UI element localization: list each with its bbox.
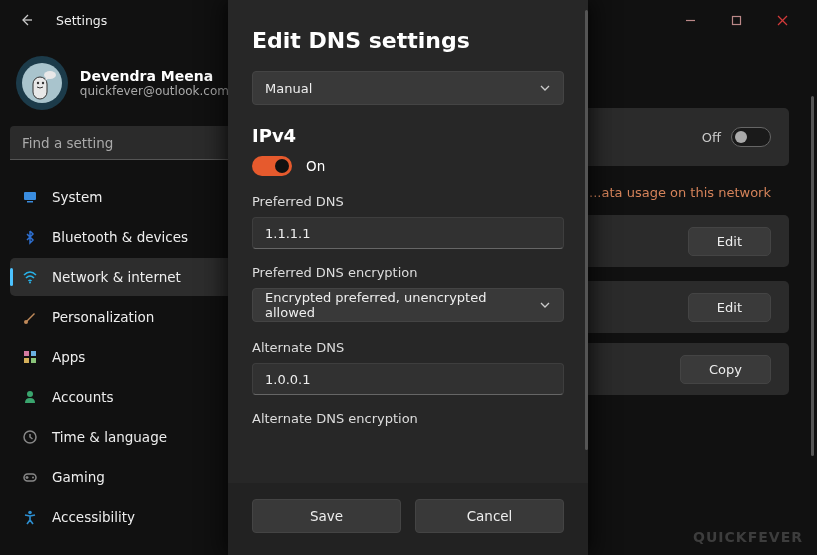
accessibility-icon bbox=[22, 509, 38, 525]
back-button[interactable] bbox=[12, 6, 40, 34]
nav-list: SystemBluetooth & devicesNetwork & inter… bbox=[10, 178, 235, 536]
preferred-dns-encryption-select[interactable]: Encrypted preferred, unencrypted allowed bbox=[252, 288, 564, 322]
sidebar-item-system[interactable]: System bbox=[10, 178, 235, 216]
svg-rect-11 bbox=[27, 201, 33, 203]
preferred-dns-label: Preferred DNS bbox=[252, 194, 564, 209]
dns-mode-select[interactable]: Manual bbox=[252, 71, 564, 105]
maximize-icon bbox=[731, 15, 742, 26]
edit-dns-dialog: Edit DNS settings Manual IPv4 On Preferr… bbox=[228, 0, 588, 555]
sidebar-item-accessibility[interactable]: Accessibility bbox=[10, 498, 235, 536]
preferred-enc-value: Encrypted preferred, unencrypted allowed bbox=[265, 290, 539, 320]
sidebar-item-label: Bluetooth & devices bbox=[52, 229, 188, 245]
preferred-dns-encryption-label: Preferred DNS encryption bbox=[252, 265, 564, 280]
sidebar-item-bluetooth-devices[interactable]: Bluetooth & devices bbox=[10, 218, 235, 256]
watermark: QUICKFEVER bbox=[693, 529, 803, 545]
window-controls bbox=[667, 4, 805, 36]
sidebar-item-apps[interactable]: Apps bbox=[10, 338, 235, 376]
sidebar-item-label: Time & language bbox=[52, 429, 167, 445]
main-scrollbar[interactable] bbox=[811, 96, 814, 456]
ipv4-toggle-label: On bbox=[306, 158, 325, 174]
brush-icon bbox=[22, 309, 38, 325]
sidebar-item-label: Personalization bbox=[52, 309, 154, 325]
edit-button-1[interactable]: Edit bbox=[688, 227, 771, 256]
apps-icon bbox=[22, 349, 38, 365]
chevron-down-icon bbox=[539, 299, 551, 311]
data-usage-link[interactable]: ...ata usage on this network bbox=[589, 185, 771, 200]
svg-point-13 bbox=[24, 320, 28, 324]
alternate-dns-input[interactable] bbox=[252, 363, 564, 395]
sidebar-item-label: System bbox=[52, 189, 102, 205]
sidebar-item-label: Accessibility bbox=[52, 509, 135, 525]
search-input[interactable] bbox=[10, 126, 235, 160]
sidebar-item-time-language[interactable]: Time & language bbox=[10, 418, 235, 456]
sidebar-item-gaming[interactable]: Gaming bbox=[10, 458, 235, 496]
ipv4-toggle[interactable] bbox=[252, 156, 292, 176]
sidebar-item-network-internet[interactable]: Network & internet bbox=[10, 258, 235, 296]
wifi-icon bbox=[22, 269, 38, 285]
svg-rect-2 bbox=[732, 16, 740, 24]
arrow-left-icon bbox=[18, 12, 34, 28]
sidebar-item-label: Accounts bbox=[52, 389, 114, 405]
app-title: Settings bbox=[56, 13, 107, 28]
alternate-dns-label: Alternate DNS bbox=[252, 340, 564, 355]
sidebar-item-personalization[interactable]: Personalization bbox=[10, 298, 235, 336]
ipv4-heading: IPv4 bbox=[252, 125, 564, 146]
close-icon bbox=[777, 15, 788, 26]
svg-point-8 bbox=[42, 82, 44, 84]
bluetooth-icon bbox=[22, 229, 38, 245]
cancel-button[interactable]: Cancel bbox=[415, 499, 564, 533]
edit-button-2[interactable]: Edit bbox=[688, 293, 771, 322]
svg-rect-16 bbox=[24, 358, 29, 363]
dialog-body: Edit DNS settings Manual IPv4 On Preferr… bbox=[228, 0, 588, 483]
svg-rect-15 bbox=[31, 351, 36, 356]
person-icon bbox=[22, 389, 38, 405]
save-button[interactable]: Save bbox=[252, 499, 401, 533]
maximize-button[interactable] bbox=[713, 4, 759, 36]
svg-point-12 bbox=[29, 282, 31, 284]
monitor-icon bbox=[22, 189, 38, 205]
svg-rect-10 bbox=[24, 192, 36, 200]
dialog-title: Edit DNS settings bbox=[252, 28, 564, 53]
sidebar-item-label: Gaming bbox=[52, 469, 105, 485]
sidebar: Devendra Meena quickfever@outlook.com Sy… bbox=[0, 40, 245, 555]
svg-point-21 bbox=[32, 477, 34, 479]
minimize-icon bbox=[685, 15, 696, 26]
copy-button[interactable]: Copy bbox=[680, 355, 771, 384]
clock-icon bbox=[22, 429, 38, 445]
avatar bbox=[16, 56, 68, 110]
preferred-dns-input[interactable] bbox=[252, 217, 564, 249]
svg-point-22 bbox=[28, 511, 32, 515]
metered-toggle[interactable] bbox=[731, 127, 771, 147]
dns-mode-value: Manual bbox=[265, 81, 312, 96]
user-name: Devendra Meena bbox=[80, 68, 229, 84]
gamepad-icon bbox=[22, 469, 38, 485]
user-email: quickfever@outlook.com bbox=[80, 84, 229, 98]
chevron-down-icon bbox=[539, 82, 551, 94]
sidebar-item-accounts[interactable]: Accounts bbox=[10, 378, 235, 416]
minimize-button[interactable] bbox=[667, 4, 713, 36]
svg-rect-17 bbox=[31, 358, 36, 363]
svg-rect-14 bbox=[24, 351, 29, 356]
close-button[interactable] bbox=[759, 4, 805, 36]
sidebar-item-label: Apps bbox=[52, 349, 85, 365]
svg-point-7 bbox=[37, 82, 39, 84]
svg-point-18 bbox=[27, 391, 33, 397]
metered-toggle-label: Off bbox=[702, 130, 721, 145]
dialog-footer: Save Cancel bbox=[228, 483, 588, 555]
alternate-dns-encryption-label: Alternate DNS encryption bbox=[252, 411, 564, 426]
user-account-row[interactable]: Devendra Meena quickfever@outlook.com bbox=[10, 48, 235, 126]
sidebar-item-label: Network & internet bbox=[52, 269, 181, 285]
svg-point-9 bbox=[44, 71, 56, 79]
